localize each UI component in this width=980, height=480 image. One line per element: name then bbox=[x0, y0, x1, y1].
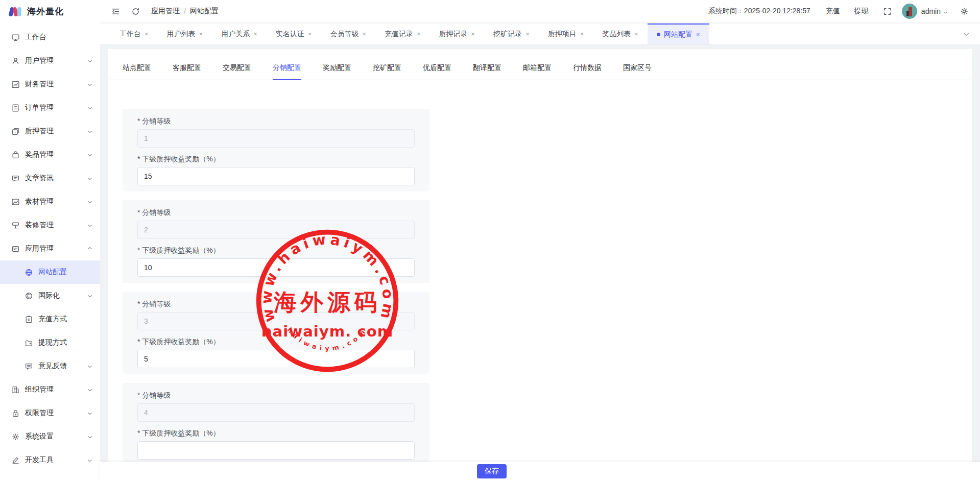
tab-user-list[interactable]: 用户列表× bbox=[158, 23, 212, 44]
pledge-reward-label: * 下级质押收益奖励（%） bbox=[137, 155, 415, 164]
sidebar-item-i18n[interactable]: 国际化 bbox=[0, 284, 100, 307]
distribution-level-card: * 分销等级2* 下级质押收益奖励（%）10 bbox=[123, 200, 429, 283]
user-menu[interactable]: admin bbox=[921, 7, 948, 15]
close-icon[interactable]: × bbox=[417, 31, 421, 37]
chevron-down-icon bbox=[87, 410, 93, 416]
sidebar-item-feedback[interactable]: 意见反馈 bbox=[0, 354, 100, 378]
distribution-level-label: * 分销等级 bbox=[137, 300, 415, 309]
tab-prize-list[interactable]: 奖品列表× bbox=[593, 23, 648, 44]
user-icon bbox=[11, 57, 20, 65]
sidebar-item-withdraw-method[interactable]: 提现方式 bbox=[0, 331, 100, 354]
subtab-translate[interactable]: 翻译配置 bbox=[473, 63, 501, 80]
close-icon[interactable]: × bbox=[308, 31, 312, 37]
sidebar-item-user-mgmt[interactable]: 用户管理 bbox=[0, 49, 100, 73]
tab-site-config[interactable]: 网站配置× bbox=[648, 23, 709, 44]
tab-label: 质押项目 bbox=[548, 30, 577, 39]
tab-workbench[interactable]: 工作台× bbox=[110, 23, 158, 44]
sidebar-item-label: 意见反馈 bbox=[38, 362, 67, 371]
tab-member-level[interactable]: 会员等级× bbox=[321, 23, 375, 44]
tab-label: 工作台 bbox=[119, 30, 141, 39]
sidebar-item-recharge-method[interactable]: 充值方式 bbox=[0, 307, 100, 331]
breadcrumb-separator: / bbox=[184, 7, 186, 15]
close-icon[interactable]: × bbox=[634, 31, 638, 37]
distribution-level-card: * 分销等级1* 下级质押收益奖励（%）15 bbox=[123, 109, 429, 191]
pledge-icon bbox=[11, 127, 20, 136]
subtab-service[interactable]: 客服配置 bbox=[173, 63, 201, 80]
footer-bar: 保存 bbox=[100, 462, 980, 480]
tab-label: 用户关系 bbox=[221, 30, 250, 39]
sidebar-item-label: 充值方式 bbox=[38, 315, 67, 324]
subtab-mining[interactable]: 挖矿配置 bbox=[373, 63, 401, 80]
avatar[interactable] bbox=[902, 4, 917, 19]
close-icon[interactable]: × bbox=[253, 31, 257, 37]
chevron-down-icon bbox=[87, 387, 93, 393]
sidebar-item-label: 应用管理 bbox=[25, 244, 54, 253]
sidebar-item-prize-mgmt[interactable]: 奖品管理 bbox=[0, 143, 100, 166]
chevron-down-icon bbox=[87, 152, 93, 158]
fullscreen-icon[interactable] bbox=[883, 7, 892, 16]
chevron-down-icon bbox=[87, 81, 93, 87]
subtab-site[interactable]: 站点配置 bbox=[123, 63, 151, 80]
tab-pledge-projects[interactable]: 质押项目× bbox=[539, 23, 593, 44]
tab-mining-records[interactable]: 挖矿记录× bbox=[484, 23, 539, 44]
sidebar-item-pledge-mgmt[interactable]: 质押管理 bbox=[0, 119, 100, 143]
refresh-icon[interactable] bbox=[131, 7, 140, 16]
tab-realname-auth[interactable]: 实名认证× bbox=[267, 23, 321, 44]
tab-recharge-records[interactable]: 充值记录× bbox=[375, 23, 430, 44]
close-icon[interactable]: × bbox=[696, 31, 700, 38]
distribution-level-card: * 分销等级3* 下级质押收益奖励（%）5 bbox=[123, 292, 429, 374]
sidebar-item-decorate-mgmt[interactable]: 装修管理 bbox=[0, 213, 100, 237]
close-icon[interactable]: × bbox=[471, 31, 475, 37]
withdraw-link[interactable]: 提现 bbox=[854, 7, 869, 16]
close-icon[interactable]: × bbox=[362, 31, 366, 37]
pledge-reward-input[interactable] bbox=[137, 441, 415, 460]
close-icon[interactable]: × bbox=[199, 31, 203, 37]
close-icon[interactable]: × bbox=[145, 31, 149, 37]
sidebar-item-dev-tools[interactable]: 开发工具 bbox=[0, 448, 100, 472]
subtab-youdun[interactable]: 优盾配置 bbox=[423, 63, 451, 80]
feedback-comment-icon bbox=[25, 362, 33, 371]
save-button[interactable]: 保存 bbox=[477, 464, 507, 478]
collapse-menu-icon[interactable] bbox=[111, 7, 120, 16]
pledge-reward-input[interactable]: 10 bbox=[137, 258, 415, 277]
close-icon[interactable]: × bbox=[580, 31, 584, 37]
tabs-strip: 工作台×用户列表×用户关系×实名认证×会员等级×充值记录×质押记录×挖矿记录×质… bbox=[110, 23, 709, 44]
sidebar-item-article-news[interactable]: 文章资讯 bbox=[0, 166, 100, 190]
sidebar-item-order-mgmt[interactable]: 订单管理 bbox=[0, 96, 100, 119]
sidebar-item-material-mgmt[interactable]: 素材管理 bbox=[0, 190, 100, 213]
settings-gear-icon[interactable] bbox=[960, 7, 969, 16]
sidebar-item-org-mgmt[interactable]: 组织管理 bbox=[0, 378, 100, 401]
sidebar-item-workbench[interactable]: 工作台 bbox=[0, 26, 100, 49]
subtab-distribution[interactable]: 分销配置 bbox=[273, 63, 301, 80]
subtab-market[interactable]: 行情数据 bbox=[573, 63, 602, 80]
tab-pledge-records[interactable]: 质押记录× bbox=[430, 23, 485, 44]
distribution-level-input: 2 bbox=[137, 221, 415, 239]
sidebar-item-finance-mgmt[interactable]: 财务管理 bbox=[0, 73, 100, 96]
subtab-trade[interactable]: 交易配置 bbox=[223, 63, 251, 80]
pledge-reward-input[interactable]: 15 bbox=[137, 167, 415, 185]
withdraw-folder-icon bbox=[25, 339, 33, 347]
finance-chart-icon bbox=[11, 80, 20, 89]
sidebar-item-app-mgmt[interactable]: 应用管理 bbox=[0, 237, 100, 260]
tabs-overflow-chevron-icon[interactable] bbox=[963, 23, 973, 45]
sidebar-item-permission-mgmt[interactable]: 权限管理 bbox=[0, 401, 100, 425]
recharge-link[interactable]: 充值 bbox=[826, 7, 840, 16]
chevron-down-icon bbox=[87, 293, 93, 299]
chevron-down-icon bbox=[87, 175, 93, 181]
subtab-country-code[interactable]: 国家区号 bbox=[623, 63, 652, 80]
sidebar-item-site-config[interactable]: 网站配置 bbox=[0, 260, 100, 284]
monitor-icon bbox=[11, 33, 20, 42]
sidebar-item-system-settings[interactable]: 系统设置 bbox=[0, 425, 100, 448]
distribution-level-label: * 分销等级 bbox=[137, 117, 415, 126]
tab-label: 用户列表 bbox=[167, 30, 196, 39]
subtab-reward[interactable]: 奖励配置 bbox=[323, 63, 351, 80]
pledge-reward-input[interactable]: 5 bbox=[137, 350, 415, 368]
logo: 海外量化 bbox=[0, 0, 100, 23]
decorate-icon bbox=[11, 221, 20, 230]
tab-user-relation[interactable]: 用户关系× bbox=[212, 23, 267, 44]
breadcrumb-parent[interactable]: 应用管理 bbox=[151, 7, 180, 16]
gear-icon bbox=[11, 433, 20, 441]
sidebar-item-label: 国际化 bbox=[38, 291, 60, 300]
close-icon[interactable]: × bbox=[525, 31, 530, 37]
subtab-mailbox[interactable]: 邮箱配置 bbox=[523, 63, 552, 80]
